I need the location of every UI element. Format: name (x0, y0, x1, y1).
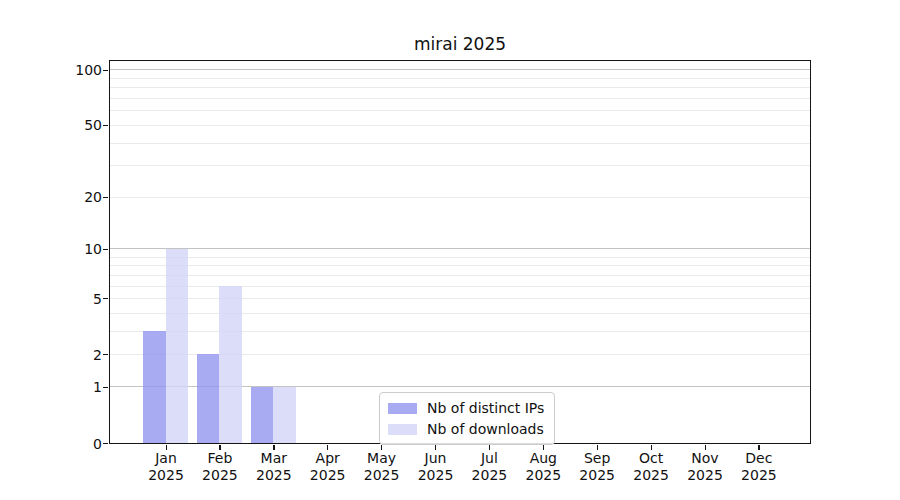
chart-title: mirai 2025 (110, 34, 810, 54)
y-tick-mark (103, 387, 108, 388)
y-tick-label: 0 (36, 436, 102, 452)
y-tick-label: 1 (36, 379, 102, 395)
y-tick-label: 50 (36, 117, 102, 133)
y-tick-mark (103, 354, 108, 355)
y-tick-mark (103, 443, 108, 444)
minor-gridline (110, 286, 810, 287)
y-tick-mark (103, 249, 108, 250)
legend-swatch-downloads (388, 424, 417, 435)
minor-gridline (110, 87, 810, 88)
y-tick-label: 2 (36, 347, 102, 363)
bar-mar-downloads (273, 387, 296, 443)
minor-gridline (110, 98, 810, 99)
minor-gridline (110, 313, 810, 314)
y-tick-label: 5 (36, 291, 102, 307)
minor-gridline (110, 165, 810, 166)
minor-gridline (110, 125, 810, 126)
y-tick-mark (103, 298, 108, 299)
major-gridline (110, 69, 810, 70)
legend-label-downloads: Nb of downloads (427, 421, 544, 437)
minor-gridline (110, 298, 810, 299)
minor-gridline (110, 78, 810, 79)
minor-gridline (110, 275, 810, 276)
major-gridline (110, 248, 810, 249)
legend: Nb of distinct IPs Nb of downloads (379, 392, 555, 445)
y-tick-mark (103, 197, 108, 198)
minor-gridline (110, 257, 810, 258)
legend-label-distinct-ips: Nb of distinct IPs (427, 400, 544, 416)
chart-figure: mirai 2025 0125102050100 Jan2025Feb2025M… (0, 0, 900, 500)
minor-gridline (110, 110, 810, 111)
minor-gridline (110, 331, 810, 332)
y-tick-label: 100 (36, 62, 102, 78)
bar-feb-distinct-ips (197, 354, 220, 443)
bar-feb-downloads (219, 286, 242, 443)
y-tick-mark (103, 125, 108, 126)
minor-gridline (110, 265, 810, 266)
bar-jan-downloads (166, 249, 189, 443)
legend-entry-downloads: Nb of downloads (388, 421, 544, 437)
legend-entry-distinct-ips: Nb of distinct IPs (388, 400, 544, 416)
minor-gridline (110, 197, 810, 198)
y-tick-label: 20 (36, 189, 102, 205)
legend-swatch-distinct-ips (388, 403, 417, 414)
bar-mar-distinct-ips (251, 387, 274, 443)
x-tick-label: Dec2025 (727, 450, 791, 483)
y-tick-label: 10 (36, 241, 102, 257)
minor-gridline (110, 143, 810, 144)
plot-area (109, 60, 811, 445)
bar-jan-distinct-ips (143, 331, 166, 443)
y-tick-mark (103, 70, 108, 71)
